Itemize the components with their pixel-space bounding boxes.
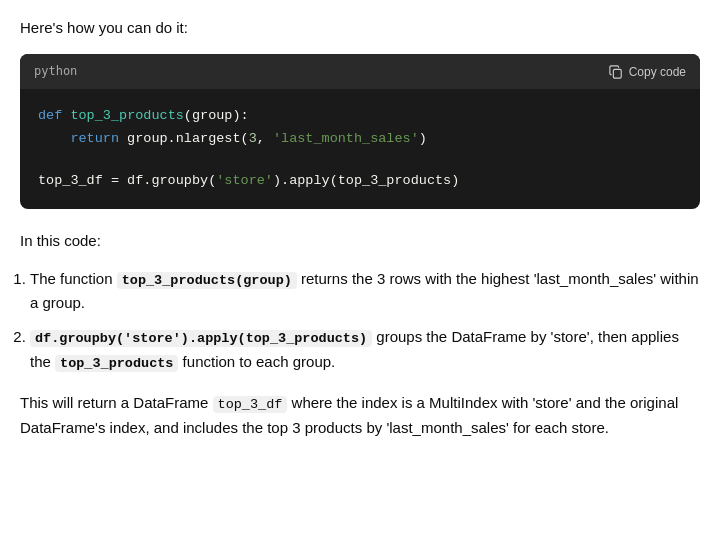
code-line-empty — [38, 151, 682, 170]
copy-code-button[interactable]: Copy code — [609, 65, 686, 79]
code-block: python Copy code def top_3_products(grou… — [20, 54, 700, 209]
list-item-1: The function top_3_products(group) retur… — [30, 267, 700, 316]
code-block-body: def top_3_products(group): return group.… — [20, 89, 700, 209]
summary-paragraph: This will return a DataFrame top_3_df wh… — [20, 391, 700, 441]
code-language: python — [34, 62, 77, 81]
list-item-1-code: top_3_products(group) — [117, 272, 297, 289]
section-label: In this code: — [20, 229, 700, 253]
intro-text: Here's how you can do it: — [20, 16, 700, 40]
explanation-list: The function top_3_products(group) retur… — [20, 267, 700, 375]
summary-code: top_3_df — [213, 396, 288, 413]
list-item-1-before: The function — [30, 270, 117, 287]
list-item-2-text2: function to each group. — [178, 353, 335, 370]
copy-code-label: Copy code — [629, 65, 686, 79]
code-line-4: top_3_df = df.groupby('store').apply(top… — [38, 170, 682, 193]
code-block-header: python Copy code — [20, 54, 700, 89]
list-item-2-code1: df.groupby('store').apply(top_3_products… — [30, 330, 372, 347]
copy-icon — [609, 65, 623, 79]
list-item-2-code2: top_3_products — [55, 355, 178, 372]
summary-before: This will return a DataFrame — [20, 394, 213, 411]
svg-rect-0 — [613, 69, 621, 78]
code-line-1: def top_3_products(group): — [38, 105, 682, 128]
list-item-2: df.groupby('store').apply(top_3_products… — [30, 325, 700, 374]
code-line-2: return group.nlargest(3, 'last_month_sal… — [38, 128, 682, 151]
